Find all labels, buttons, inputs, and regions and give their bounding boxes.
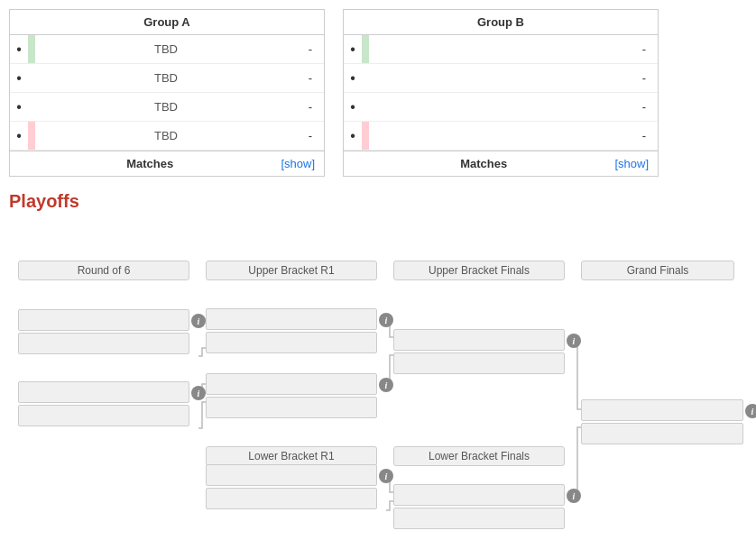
group-footer-0: Matches[show] <box>10 151 324 176</box>
r6-match1-slot1 <box>18 309 189 331</box>
group-row-1-0: •- <box>344 35 658 64</box>
color-bar <box>362 64 369 92</box>
matches-label: Matches <box>19 157 281 170</box>
score: - <box>297 42 324 56</box>
dot-cell: • <box>344 99 362 115</box>
dot-cell: • <box>10 41 28 58</box>
gf-slot1 <box>581 399 743 421</box>
ubf-info[interactable]: i <box>567 334 581 348</box>
r6-match1-slot2 <box>18 333 189 354</box>
playoffs-section: Playoffs <box>9 191 747 529</box>
playoffs-title: Playoffs <box>9 191 747 212</box>
dot-cell: • <box>10 99 28 115</box>
dot-cell: • <box>10 128 28 144</box>
color-bar <box>362 122 369 150</box>
matches-label: Matches <box>353 157 614 170</box>
score: - <box>297 71 324 85</box>
score: - <box>631 100 658 114</box>
round-label-ubr1: Upper Bracket R1 <box>206 261 377 280</box>
color-bar <box>28 64 35 92</box>
group-row-0-1: •TBD- <box>10 64 324 93</box>
ubr1-match1-slot1 <box>206 308 377 330</box>
gf-info[interactable]: i <box>745 404 756 418</box>
r6-match2-slot2 <box>18 405 189 426</box>
ubr1-match2-info[interactable]: i <box>379 378 393 392</box>
dot-cell: • <box>344 128 362 144</box>
group-row-0-2: •TBD- <box>10 93 324 122</box>
team-name: TBD <box>35 129 297 142</box>
group-row-1-1: •- <box>344 64 658 93</box>
lbf-slot1 <box>393 484 565 506</box>
score: - <box>631 129 658 142</box>
show-link[interactable]: [show] <box>281 157 315 170</box>
dot-cell: • <box>344 41 362 58</box>
round-label-ubf: Upper Bracket Finals <box>393 261 565 280</box>
ubr1-match2-slot2 <box>206 397 377 418</box>
group-header-0: Group A <box>10 10 324 35</box>
r6-match2-info[interactable]: i <box>191 386 206 400</box>
group-table-0: Group A•TBD-•TBD-•TBD-•TBD-Matches[show] <box>9 9 325 177</box>
lbf-slot2 <box>393 508 565 529</box>
team-name: TBD <box>35 71 297 85</box>
group-row-0-3: •TBD- <box>10 122 324 151</box>
group-header-1: Group B <box>344 10 658 35</box>
lbf-info[interactable]: i <box>567 489 581 503</box>
round-label-r6: Round of 6 <box>18 261 189 280</box>
r6-match2-slot1 <box>18 381 189 403</box>
color-bar <box>28 35 35 63</box>
score: - <box>297 129 324 142</box>
color-bar <box>28 93 35 121</box>
r6-match1-info[interactable]: i <box>191 314 206 328</box>
color-bar <box>362 93 369 121</box>
score: - <box>631 42 658 56</box>
ubf-slot2 <box>393 352 565 374</box>
round-label-gf: Grand Finals <box>581 261 734 280</box>
score: - <box>297 100 324 114</box>
group-table-1: Group B•-•-•-•-Matches[show] <box>343 9 659 177</box>
lbr1-slot1 <box>206 464 377 486</box>
group-row-1-3: •- <box>344 122 658 151</box>
show-link[interactable]: [show] <box>614 157 649 170</box>
ubr1-match1-slot2 <box>206 332 377 353</box>
groups-container: Group A•TBD-•TBD-•TBD-•TBD-Matches[show]… <box>9 9 747 177</box>
gf-slot2 <box>581 423 743 444</box>
group-row-1-2: •- <box>344 93 658 122</box>
group-row-0-0: •TBD- <box>10 35 324 64</box>
color-bar <box>28 122 35 150</box>
round-label-lbr1: Lower Bracket R1 <box>206 446 377 466</box>
lbr1-slot2 <box>206 488 377 509</box>
ubf-slot1 <box>393 329 565 351</box>
round-label-lbf: Lower Bracket Finals <box>393 446 565 466</box>
team-name: TBD <box>35 42 297 56</box>
ubr1-match2-slot1 <box>206 373 377 395</box>
lbr1-info[interactable]: i <box>379 469 393 483</box>
ubr1-match1-info[interactable]: i <box>379 313 393 327</box>
bracket-area: Round of 6 Upper Bracket R1 Upper Bracke… <box>9 223 749 529</box>
dot-cell: • <box>10 70 28 87</box>
dot-cell: • <box>344 70 362 87</box>
team-name: TBD <box>35 100 297 114</box>
score: - <box>631 71 658 85</box>
group-footer-1: Matches[show] <box>344 151 658 176</box>
color-bar <box>362 35 369 63</box>
